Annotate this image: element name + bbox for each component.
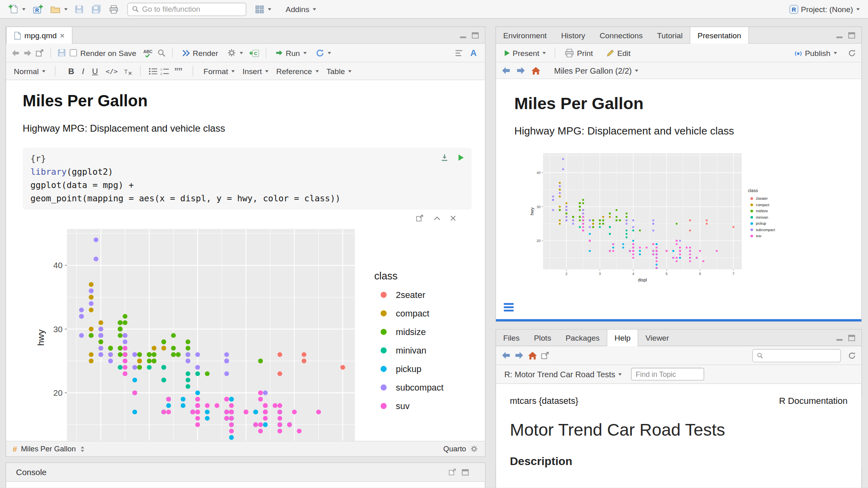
presentation-progress-bar[interactable]: [496, 319, 862, 321]
console-header: Console: [6, 463, 485, 482]
forward-icon[interactable]: [514, 351, 524, 360]
forward-icon[interactable]: [23, 49, 32, 57]
new-file-button[interactable]: [6, 3, 28, 16]
insert-menu[interactable]: Insert: [240, 66, 271, 77]
tab-presentation[interactable]: Presentation: [690, 27, 749, 43]
tab-tutorial[interactable]: Tutorial: [650, 27, 690, 43]
slide-selector[interactable]: Miles Per Gallon (2/2): [551, 65, 641, 76]
tab-help[interactable]: Help: [607, 330, 638, 346]
visual-editor-toggle[interactable]: A: [467, 48, 480, 58]
back-icon[interactable]: [501, 351, 511, 360]
help-search[interactable]: [752, 349, 841, 362]
publish-button[interactable]: Publish: [791, 47, 840, 58]
minimize-icon[interactable]: [836, 32, 843, 38]
svg-text:7: 7: [733, 272, 735, 276]
tab-mpg-qmd[interactable]: mpg.qmd: [6, 27, 73, 43]
spellcheck-icon[interactable]: ABC: [143, 48, 154, 57]
svg-text:subcompact: subcompact: [396, 383, 443, 393]
run-chunk-icon[interactable]: [457, 154, 465, 161]
back-icon[interactable]: [11, 49, 20, 57]
numbered-list-button[interactable]: 1.2.: [160, 67, 169, 75]
clear-output-icon[interactable]: [450, 215, 456, 221]
new-project-button[interactable]: R: [29, 2, 46, 16]
maximize-icon[interactable]: [848, 334, 856, 341]
maximize-icon[interactable]: [848, 32, 856, 38]
chevron-down-icon: [268, 8, 271, 10]
workspace-panes-button[interactable]: [252, 3, 274, 15]
svg-text:class: class: [374, 270, 398, 281]
close-icon[interactable]: [60, 33, 65, 38]
document-format-label[interactable]: Quarto: [443, 445, 466, 453]
r-project-icon: R: [789, 4, 799, 14]
maximize-icon[interactable]: [462, 469, 469, 475]
home-icon[interactable]: [527, 351, 538, 360]
visual-editor[interactable]: Miles Per Gallon Highway MPG: Displaceme…: [6, 80, 485, 441]
back-icon[interactable]: [501, 66, 511, 75]
publish-label: Publish: [805, 48, 830, 57]
code-button[interactable]: </>: [103, 67, 120, 75]
tab-connections[interactable]: Connections: [592, 27, 650, 43]
insert-chunk-icon[interactable]: C: [249, 48, 260, 57]
print-button[interactable]: [106, 3, 122, 15]
render-button[interactable]: Render: [179, 47, 221, 58]
tab-packages[interactable]: Packages: [559, 330, 607, 346]
run-chunks-above-icon[interactable]: [440, 153, 449, 162]
topic-selector[interactable]: R: Motor Trend Car Road Tests: [502, 369, 625, 380]
maximize-icon[interactable]: [471, 32, 479, 38]
underline-button[interactable]: U: [89, 66, 101, 76]
code-chunk[interactable]: {r} library(ggplot2)ggplot(data = mpg) +…: [23, 148, 471, 210]
updown-icon[interactable]: [80, 446, 85, 452]
minimize-icon[interactable]: [836, 334, 843, 341]
tab-viewer[interactable]: Viewer: [638, 330, 676, 346]
tab-files[interactable]: Files: [496, 330, 527, 346]
slide-menu-icon[interactable]: [504, 303, 514, 311]
minimize-icon[interactable]: [459, 32, 467, 38]
forward-icon[interactable]: [516, 66, 526, 75]
blockquote-button[interactable]: ””: [171, 66, 185, 76]
svg-text:R: R: [35, 7, 39, 13]
save-button[interactable]: [71, 3, 87, 15]
section-navigator[interactable]: Miles Per Gallon: [21, 445, 76, 453]
paragraph-style-select[interactable]: Normal: [11, 66, 48, 77]
home-icon[interactable]: [531, 66, 541, 75]
goto-file-input[interactable]: [142, 5, 242, 13]
project-menu[interactable]: R Project: (None): [786, 3, 862, 15]
present-button[interactable]: Present: [501, 47, 548, 58]
format-menu[interactable]: Format: [201, 66, 237, 77]
tab-environment[interactable]: Environment: [496, 27, 554, 43]
open-file-button[interactable]: [47, 3, 71, 15]
bold-button[interactable]: B: [65, 66, 77, 76]
collapse-output-icon[interactable]: [434, 215, 441, 220]
save-icon[interactable]: [57, 48, 66, 58]
refresh-icon[interactable]: [847, 351, 856, 360]
run-button[interactable]: Run: [272, 47, 309, 58]
popout-icon[interactable]: [35, 49, 44, 57]
italic-button[interactable]: I: [79, 66, 87, 76]
goto-file-search[interactable]: [127, 2, 246, 16]
bullet-list-button[interactable]: [148, 67, 158, 75]
chevron-down-icon: [42, 70, 46, 72]
find-in-topic-input[interactable]: [631, 368, 704, 381]
format-options-icon[interactable]: [470, 445, 478, 453]
tab-plots[interactable]: Plots: [527, 330, 558, 346]
reference-menu[interactable]: Reference: [274, 66, 322, 77]
print-presentation-button[interactable]: Print: [561, 47, 596, 59]
popout-icon[interactable]: [541, 352, 550, 359]
render-on-save-checkbox[interactable]: [70, 49, 77, 56]
clear-format-button[interactable]: T: [123, 67, 132, 75]
tab-history[interactable]: History: [554, 27, 593, 43]
popout-icon[interactable]: [449, 469, 457, 476]
output-popout-icon[interactable]: [416, 214, 424, 221]
edit-presentation-button[interactable]: Edit: [603, 47, 633, 58]
search-icon[interactable]: [157, 48, 166, 57]
refresh-icon[interactable]: [847, 48, 856, 57]
chevron-down-icon: [856, 8, 860, 10]
rerun-button[interactable]: [313, 47, 334, 58]
addins-button[interactable]: Addins: [283, 4, 319, 14]
render-options-button[interactable]: [224, 47, 246, 59]
help-search-input[interactable]: [766, 351, 837, 360]
svg-text:T: T: [124, 68, 127, 74]
outline-icon[interactable]: [455, 49, 463, 57]
table-menu[interactable]: Table: [324, 66, 354, 77]
save-all-button[interactable]: [88, 3, 104, 16]
